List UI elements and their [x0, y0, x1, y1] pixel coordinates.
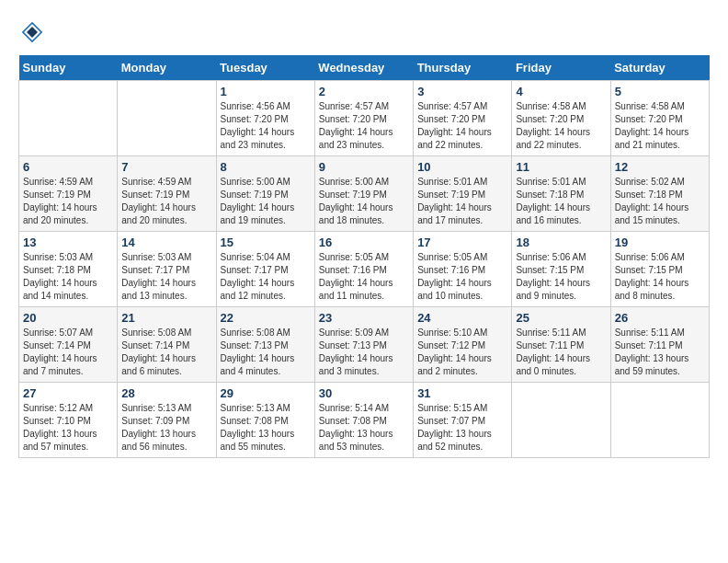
- day-number: 1: [221, 85, 311, 98]
- day-info: Sunrise: 5:03 AM Sunset: 7:17 PM Dayligh…: [121, 251, 211, 303]
- day-number: 22: [221, 311, 311, 325]
- day-cell: 20Sunrise: 5:07 AM Sunset: 7:14 PM Dayli…: [19, 307, 118, 383]
- day-cell: 24Sunrise: 5:10 AM Sunset: 7:12 PM Dayli…: [414, 307, 512, 383]
- day-number: 23: [319, 311, 409, 325]
- day-info: Sunrise: 5:13 AM Sunset: 7:09 PM Dayligh…: [121, 402, 211, 454]
- column-header-friday: Friday: [512, 55, 610, 81]
- day-cell: 7Sunrise: 4:59 AM Sunset: 7:19 PM Daylig…: [118, 156, 216, 232]
- column-header-thursday: Thursday: [414, 55, 512, 81]
- day-cell: 6Sunrise: 4:59 AM Sunset: 7:19 PM Daylig…: [19, 156, 118, 232]
- day-number: 7: [121, 160, 211, 174]
- day-info: Sunrise: 5:00 AM Sunset: 7:19 PM Dayligh…: [319, 176, 409, 227]
- day-cell: 10Sunrise: 5:01 AM Sunset: 7:19 PM Dayli…: [414, 156, 512, 232]
- day-number: 27: [23, 386, 113, 400]
- day-info: Sunrise: 4:56 AM Sunset: 7:20 PM Dayligh…: [221, 100, 311, 152]
- day-info: Sunrise: 5:03 AM Sunset: 7:18 PM Dayligh…: [23, 251, 113, 303]
- day-cell: 23Sunrise: 5:09 AM Sunset: 7:13 PM Dayli…: [314, 307, 413, 383]
- day-cell: 26Sunrise: 5:11 AM Sunset: 7:11 PM Dayli…: [610, 307, 709, 383]
- day-number: 24: [417, 311, 507, 325]
- day-info: Sunrise: 5:11 AM Sunset: 7:11 PM Dayligh…: [615, 327, 705, 378]
- day-number: 28: [121, 386, 211, 400]
- calendar-header-row: SundayMondayTuesdayWednesdayThursdayFrid…: [19, 55, 710, 81]
- day-info: Sunrise: 5:02 AM Sunset: 7:18 PM Dayligh…: [615, 176, 705, 227]
- day-info: Sunrise: 5:07 AM Sunset: 7:14 PM Dayligh…: [23, 327, 113, 378]
- day-number: 20: [23, 311, 113, 325]
- day-info: Sunrise: 5:14 AM Sunset: 7:08 PM Dayligh…: [319, 402, 409, 454]
- day-info: Sunrise: 5:13 AM Sunset: 7:08 PM Dayligh…: [221, 402, 311, 454]
- day-cell: 25Sunrise: 5:11 AM Sunset: 7:11 PM Dayli…: [512, 307, 610, 383]
- day-info: Sunrise: 5:06 AM Sunset: 7:15 PM Dayligh…: [516, 251, 606, 303]
- day-number: 18: [516, 236, 606, 249]
- day-number: 4: [516, 85, 606, 98]
- day-number: 11: [516, 160, 606, 174]
- column-header-monday: Monday: [118, 55, 216, 81]
- day-info: Sunrise: 5:08 AM Sunset: 7:14 PM Dayligh…: [121, 327, 211, 378]
- day-number: 14: [121, 236, 211, 249]
- day-info: Sunrise: 4:57 AM Sunset: 7:20 PM Dayligh…: [319, 100, 409, 152]
- week-row-5: 27Sunrise: 5:12 AM Sunset: 7:10 PM Dayli…: [19, 383, 710, 458]
- day-number: 29: [221, 386, 311, 400]
- day-number: 9: [319, 160, 409, 174]
- column-header-tuesday: Tuesday: [216, 55, 314, 81]
- day-cell: [19, 81, 118, 156]
- day-number: 21: [121, 311, 211, 325]
- week-row-3: 13Sunrise: 5:03 AM Sunset: 7:18 PM Dayli…: [19, 232, 710, 307]
- day-cell: 4Sunrise: 4:58 AM Sunset: 7:20 PM Daylig…: [512, 81, 610, 156]
- day-info: Sunrise: 5:12 AM Sunset: 7:10 PM Dayligh…: [23, 402, 113, 454]
- day-cell: 21Sunrise: 5:08 AM Sunset: 7:14 PM Dayli…: [118, 307, 216, 383]
- day-cell: 16Sunrise: 5:05 AM Sunset: 7:16 PM Dayli…: [314, 232, 413, 307]
- calendar-table: SundayMondayTuesdayWednesdayThursdayFrid…: [18, 55, 710, 458]
- day-info: Sunrise: 5:05 AM Sunset: 7:16 PM Dayligh…: [417, 251, 507, 303]
- day-cell: 5Sunrise: 4:58 AM Sunset: 7:20 PM Daylig…: [610, 81, 709, 156]
- day-number: 6: [23, 160, 113, 174]
- day-number: 16: [319, 236, 409, 249]
- day-cell: 12Sunrise: 5:02 AM Sunset: 7:18 PM Dayli…: [610, 156, 709, 232]
- week-row-4: 20Sunrise: 5:07 AM Sunset: 7:14 PM Dayli…: [19, 307, 710, 383]
- column-header-sunday: Sunday: [19, 55, 118, 81]
- logo-icon: [18, 18, 46, 46]
- day-cell: [610, 383, 709, 458]
- day-cell: 3Sunrise: 4:57 AM Sunset: 7:20 PM Daylig…: [414, 81, 512, 156]
- day-number: 8: [221, 160, 311, 174]
- day-cell: 27Sunrise: 5:12 AM Sunset: 7:10 PM Dayli…: [19, 383, 118, 458]
- logo: [18, 18, 50, 46]
- day-info: Sunrise: 4:58 AM Sunset: 7:20 PM Dayligh…: [615, 100, 705, 152]
- day-info: Sunrise: 5:10 AM Sunset: 7:12 PM Dayligh…: [417, 327, 507, 378]
- day-cell: 18Sunrise: 5:06 AM Sunset: 7:15 PM Dayli…: [512, 232, 610, 307]
- day-cell: 22Sunrise: 5:08 AM Sunset: 7:13 PM Dayli…: [216, 307, 314, 383]
- day-number: 31: [417, 386, 507, 400]
- day-info: Sunrise: 5:11 AM Sunset: 7:11 PM Dayligh…: [516, 327, 606, 378]
- day-info: Sunrise: 5:01 AM Sunset: 7:19 PM Dayligh…: [417, 176, 507, 227]
- day-cell: 2Sunrise: 4:57 AM Sunset: 7:20 PM Daylig…: [314, 81, 413, 156]
- day-number: 5: [615, 85, 705, 98]
- day-cell: 15Sunrise: 5:04 AM Sunset: 7:17 PM Dayli…: [216, 232, 314, 307]
- day-cell: [118, 81, 216, 156]
- day-cell: 1Sunrise: 4:56 AM Sunset: 7:20 PM Daylig…: [216, 81, 314, 156]
- day-number: 13: [23, 236, 113, 249]
- day-info: Sunrise: 4:57 AM Sunset: 7:20 PM Dayligh…: [417, 100, 507, 152]
- day-number: 25: [516, 311, 606, 325]
- day-info: Sunrise: 5:05 AM Sunset: 7:16 PM Dayligh…: [319, 251, 409, 303]
- day-info: Sunrise: 5:09 AM Sunset: 7:13 PM Dayligh…: [319, 327, 409, 378]
- day-cell: 14Sunrise: 5:03 AM Sunset: 7:17 PM Dayli…: [118, 232, 216, 307]
- day-cell: 9Sunrise: 5:00 AM Sunset: 7:19 PM Daylig…: [314, 156, 413, 232]
- day-number: 12: [615, 160, 705, 174]
- day-info: Sunrise: 5:04 AM Sunset: 7:17 PM Dayligh…: [221, 251, 311, 303]
- day-number: 26: [615, 311, 705, 325]
- week-row-1: 1Sunrise: 4:56 AM Sunset: 7:20 PM Daylig…: [19, 81, 710, 156]
- column-header-wednesday: Wednesday: [314, 55, 413, 81]
- day-cell: 17Sunrise: 5:05 AM Sunset: 7:16 PM Dayli…: [414, 232, 512, 307]
- day-number: 30: [319, 386, 409, 400]
- day-cell: 31Sunrise: 5:15 AM Sunset: 7:07 PM Dayli…: [414, 383, 512, 458]
- day-cell: 11Sunrise: 5:01 AM Sunset: 7:18 PM Dayli…: [512, 156, 610, 232]
- day-cell: 8Sunrise: 5:00 AM Sunset: 7:19 PM Daylig…: [216, 156, 314, 232]
- day-number: 19: [615, 236, 705, 249]
- day-number: 17: [417, 236, 507, 249]
- day-cell: 29Sunrise: 5:13 AM Sunset: 7:08 PM Dayli…: [216, 383, 314, 458]
- column-header-saturday: Saturday: [610, 55, 709, 81]
- day-info: Sunrise: 5:08 AM Sunset: 7:13 PM Dayligh…: [221, 327, 311, 378]
- day-info: Sunrise: 5:15 AM Sunset: 7:07 PM Dayligh…: [417, 402, 507, 454]
- day-info: Sunrise: 4:59 AM Sunset: 7:19 PM Dayligh…: [23, 176, 113, 227]
- day-info: Sunrise: 5:00 AM Sunset: 7:19 PM Dayligh…: [221, 176, 311, 227]
- day-cell: 13Sunrise: 5:03 AM Sunset: 7:18 PM Dayli…: [19, 232, 118, 307]
